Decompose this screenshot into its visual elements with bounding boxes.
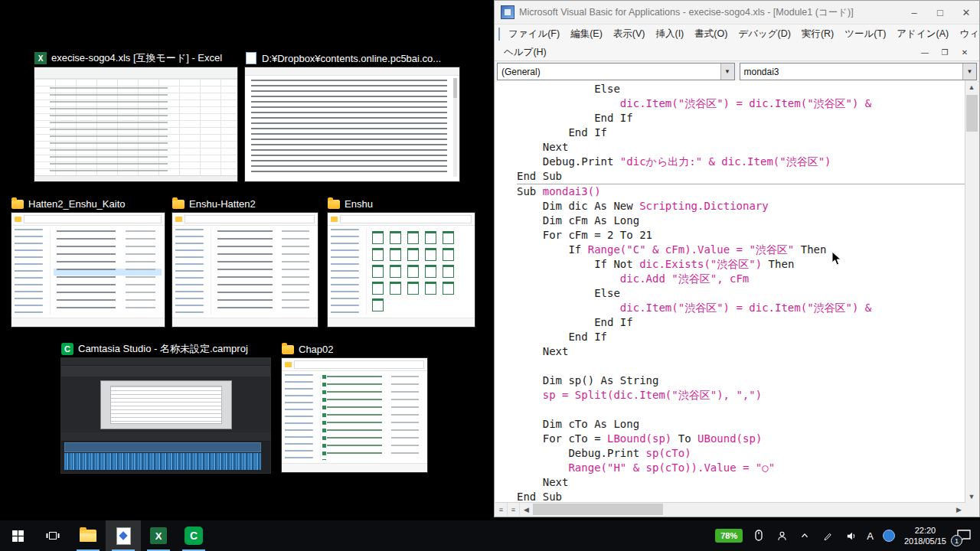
network-globe-icon[interactable] <box>883 530 895 542</box>
code-line[interactable]: dic.Add "渋谷区", cFm <box>517 272 965 286</box>
horizontal-scrollbar[interactable]: ≡ ≡ ◀ ▶ <box>495 502 965 516</box>
textfile-window-preview[interactable] <box>245 67 459 181</box>
start-button[interactable] <box>0 520 35 551</box>
object-dropdown[interactable]: (General) ▼ <box>497 63 735 80</box>
scroll-down-arrow[interactable]: ▼ <box>965 490 978 503</box>
file-explorer-taskbar-button[interactable] <box>70 520 106 551</box>
action-center-button[interactable]: 1 <box>956 528 972 543</box>
code-line[interactable]: End If <box>517 126 965 140</box>
menu-item-0[interactable]: ファイル(F) <box>503 25 565 43</box>
camtasia-window-preview[interactable] <box>61 358 270 473</box>
scroll-right-arrow[interactable]: ▶ <box>952 503 965 516</box>
code-line[interactable]: Else <box>517 286 965 301</box>
horizontal-scroll-thumb[interactable] <box>533 504 663 515</box>
code-line[interactable]: For cTo = LBound(sp) To UBound(sp) <box>517 432 965 446</box>
code-line[interactable] <box>517 359 965 373</box>
code-line[interactable]: Dim sp() As String <box>517 373 965 388</box>
explorer-window-preview[interactable] <box>282 358 427 472</box>
code-line[interactable]: Dim cTo As Long <box>517 417 965 432</box>
code-line[interactable]: Next <box>517 344 965 359</box>
code-line[interactable]: dic.Item("渋谷区") = dic.Item("渋谷区") & <box>517 96 965 111</box>
code-line[interactable]: End If <box>517 111 965 126</box>
mini-scrollbar <box>453 78 457 177</box>
window-thumbnail-chap02[interactable]: Chap02 <box>282 341 427 472</box>
window-thumbnail-textfile[interactable]: D:¥Dropbox¥contents.online.pc5bai.co... <box>245 51 459 181</box>
code-line[interactable]: dic.Item("渋谷区") = dic.Item("渋谷区") & <box>517 301 965 315</box>
code-line[interactable]: Next <box>517 140 965 155</box>
code-line[interactable]: Dim cFm As Long <box>517 214 965 228</box>
vertical-scroll-thumb[interactable] <box>966 95 978 132</box>
code-line[interactable]: If Not dic.Exists("渋谷区") Then <box>517 257 965 272</box>
vertical-scrollbar[interactable]: ▲ ▼ <box>965 80 978 503</box>
minimize-button[interactable]: – <box>901 1 927 24</box>
code-line[interactable]: For cFm = 2 To 21 <box>517 228 965 243</box>
excel-taskbar-button[interactable]: X <box>141 520 176 551</box>
scroll-up-arrow[interactable]: ▲ <box>965 80 978 93</box>
code-line[interactable]: Else <box>517 82 965 96</box>
code-line[interactable]: End Sub <box>517 490 965 503</box>
code-line[interactable] <box>517 403 965 417</box>
thumbnail-title-text: Chap02 <box>299 344 334 355</box>
task-view-button[interactable] <box>35 520 70 551</box>
vbe-title-bar[interactable]: Microsoft Visual Basic for Applications … <box>495 1 979 24</box>
child-window-buttons: — ❐ ✕ <box>916 46 979 58</box>
menu-item-0[interactable]: ヘルプ(H) <box>498 44 552 61</box>
camtasia-taskbar-button[interactable]: C <box>176 520 211 551</box>
menu-item-4[interactable]: 書式(O) <box>689 25 733 43</box>
menu-item-3[interactable]: 挿入(I) <box>650 25 689 43</box>
code-line[interactable]: End If <box>517 330 965 344</box>
maximize-button[interactable]: □ <box>927 1 953 24</box>
taskbar-clock[interactable]: 22:20 2018/05/15 <box>904 525 946 546</box>
chevron-up-icon[interactable] <box>798 529 812 543</box>
menu-item-8[interactable]: アドイン(A) <box>891 25 954 43</box>
window-thumbnail-enshu[interactable]: Enshu <box>328 196 475 327</box>
people-icon[interactable] <box>775 529 789 543</box>
code-line[interactable]: End If <box>517 315 965 330</box>
procedure-view-button[interactable]: ≡ <box>495 503 508 516</box>
code-line[interactable]: Dim dic As New Scripting.Dictionary <box>517 199 965 214</box>
window-thumbnail-enshu-hatten2[interactable]: Enshu-Hatten2 <box>172 196 318 327</box>
window-thumbnail-excel[interactable]: X execise-sogo4.xls [互換モード] - Excel <box>34 51 237 181</box>
explorer-window-preview[interactable] <box>172 213 318 327</box>
clock-time: 22:20 <box>904 525 946 536</box>
window-thumbnail-hatten2-enshu-kaito[interactable]: Hatten2_Enshu_Kaito <box>11 196 165 327</box>
code-line[interactable]: sp = Split(dic.Item("渋谷区"), ",") <box>517 388 965 403</box>
menu-item-7[interactable]: ツール(T) <box>839 25 891 43</box>
menu-item-6[interactable]: 実行(R) <box>796 25 839 43</box>
window-thumbnail-camtasia[interactable]: C Camtasia Studio - 名称未設定.camproj <box>61 341 270 473</box>
explorer-window-preview[interactable] <box>11 213 165 327</box>
mini-explorer-body <box>328 226 475 318</box>
menu-item-2[interactable]: 表示(V) <box>608 25 651 43</box>
clock-date: 2018/05/15 <box>904 536 946 546</box>
speaker-icon[interactable] <box>844 529 858 543</box>
close-button[interactable]: ✕ <box>953 1 979 24</box>
code-lines[interactable]: Else dic.Item("渋谷区") = dic.Item("渋谷区") &… <box>495 80 965 503</box>
scroll-left-arrow[interactable]: ◀ <box>520 503 533 516</box>
code-line[interactable]: Debug.Print "dicから出力:" & dic.Item("渋谷区") <box>517 155 965 169</box>
menu-item-5[interactable]: デバッグ(D) <box>733 25 796 43</box>
pen-icon[interactable] <box>821 529 835 543</box>
full-module-view-button[interactable]: ≡ <box>508 503 520 516</box>
ime-mode-indicator[interactable]: A <box>867 530 874 542</box>
battery-indicator[interactable]: 78% <box>715 529 743 543</box>
code-line[interactable]: Range("H" & sp(cTo)).Value = "○" <box>517 461 965 475</box>
code-line[interactable]: Sub mondai3() <box>517 184 965 199</box>
child-restore-button[interactable]: ❐ <box>936 46 953 58</box>
chevron-down-icon[interactable]: ▼ <box>720 64 734 80</box>
mouse-settings-icon[interactable] <box>752 529 766 543</box>
explorer-window-preview[interactable] <box>328 213 475 327</box>
code-line[interactable]: Debug.Print sp(cTo) <box>517 446 965 461</box>
chevron-down-icon[interactable]: ▼ <box>962 64 976 80</box>
menu-item-1[interactable]: 編集(E) <box>565 25 608 43</box>
mini-nav-pane <box>15 229 51 315</box>
menu-item-9[interactable]: ウィンドウ(W) <box>954 25 980 43</box>
code-line[interactable]: End Sub <box>517 169 965 184</box>
code-line[interactable]: If Range("C" & cFm).Value = "渋谷区" Then <box>517 243 965 257</box>
mini-explorer-body <box>11 226 165 318</box>
child-minimize-button[interactable]: — <box>916 46 933 58</box>
excel-window-preview[interactable] <box>34 67 237 181</box>
child-close-button[interactable]: ✕ <box>956 46 973 58</box>
vbe-taskbar-button[interactable] <box>106 520 141 551</box>
procedure-dropdown[interactable]: mondai3 ▼ <box>740 63 978 80</box>
code-line[interactable]: Next <box>517 475 965 490</box>
